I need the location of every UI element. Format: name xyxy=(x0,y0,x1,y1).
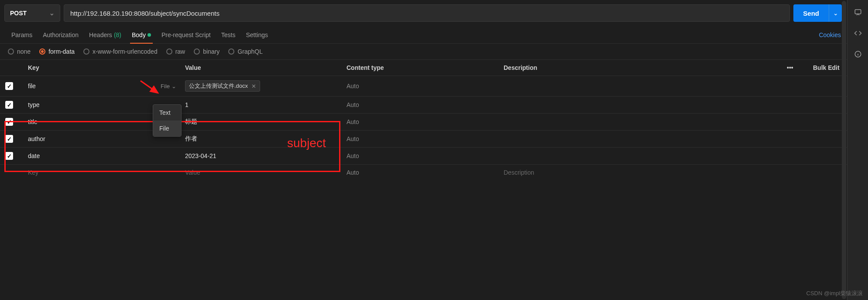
form-data-table: Key Value Content type Description ••• B… xyxy=(0,59,847,180)
radio-form-data[interactable]: form-data xyxy=(39,48,75,55)
description-placeholder[interactable]: Description xyxy=(504,169,534,176)
radio-binary[interactable]: binary xyxy=(194,48,220,55)
tab-label: Body xyxy=(132,31,146,38)
table-row: ✓ date 2023-04-21 Auto xyxy=(0,148,847,165)
radio-icon xyxy=(194,48,200,55)
request-bar: POST ⌄ http://192.168.20.190:8080/subjec… xyxy=(0,0,847,26)
tab-label: Pre-request Script xyxy=(161,31,211,38)
request-tabs: Params Authorization Headers (8) Body Pr… xyxy=(0,26,847,44)
chevron-down-icon: ⌄ xyxy=(172,83,176,90)
row-checkbox[interactable]: ✓ xyxy=(5,101,13,109)
tab-label: Tests xyxy=(221,31,236,38)
url-input[interactable]: http://192.168.20.190:8080/subject/syncD… xyxy=(64,4,790,22)
url-text: http://192.168.20.190:8080/subject/syncD… xyxy=(70,10,220,17)
info-icon[interactable] xyxy=(854,50,862,59)
http-method-label: POST xyxy=(10,10,27,17)
table-row-new: Key Value Auto Description xyxy=(0,165,847,181)
radio-icon xyxy=(8,48,14,55)
send-button-group: Send ⌄ xyxy=(793,4,842,22)
key-type-label: File xyxy=(161,83,170,90)
right-sidebar xyxy=(847,0,868,300)
code-icon[interactable] xyxy=(854,29,862,38)
row-checkbox[interactable]: ✓ xyxy=(5,152,13,160)
value-input[interactable]: 标题 xyxy=(185,118,197,125)
row-checkbox[interactable]: ✓ xyxy=(5,82,13,90)
scrollbar[interactable] xyxy=(842,1,846,299)
radio-none[interactable]: none xyxy=(8,48,31,55)
file-name: 公文上传测试文件.docx xyxy=(189,82,248,90)
content-type-input[interactable]: Auto xyxy=(347,152,359,159)
tab-label: Settings xyxy=(246,31,268,38)
http-method-select[interactable]: POST ⌄ xyxy=(4,4,60,22)
send-dropdown-toggle[interactable]: ⌄ xyxy=(829,4,842,22)
key-input-placeholder[interactable]: Key xyxy=(28,169,38,176)
close-icon[interactable]: ✕ xyxy=(251,83,256,90)
send-button[interactable]: Send xyxy=(793,4,829,22)
dropdown-item-file[interactable]: File xyxy=(153,121,181,136)
tab-body[interactable]: Body xyxy=(127,26,156,43)
radio-label: x-www-form-urlencoded xyxy=(93,48,158,55)
key-input[interactable]: date xyxy=(28,152,40,159)
comments-icon[interactable] xyxy=(854,8,862,17)
radio-raw[interactable]: raw xyxy=(166,48,185,55)
value-input[interactable]: 2023-04-21 xyxy=(185,152,216,159)
tab-tests[interactable]: Tests xyxy=(216,26,241,43)
value-input[interactable]: 作者 xyxy=(185,135,197,142)
tab-count: (8) xyxy=(114,31,121,38)
radio-icon xyxy=(166,48,172,55)
tab-label: Authorization xyxy=(43,31,79,38)
radio-icon xyxy=(39,48,45,55)
annotation-label: subject xyxy=(287,136,326,150)
radio-label: GraphQL xyxy=(237,48,263,55)
bulk-edit-link[interactable]: Bulk Edit xyxy=(808,60,847,76)
chevron-down-icon: ⌄ xyxy=(833,10,838,17)
dropdown-item-text[interactable]: Text xyxy=(153,105,181,121)
radio-icon xyxy=(228,48,234,55)
radio-label: raw xyxy=(175,48,185,55)
chevron-down-icon: ⌄ xyxy=(49,10,55,17)
radio-graphql[interactable]: GraphQL xyxy=(228,48,263,55)
tab-authorization[interactable]: Authorization xyxy=(38,26,84,43)
key-input[interactable]: title xyxy=(28,118,38,125)
key-type-select[interactable]: File ⌄ xyxy=(161,83,176,90)
content-type-input[interactable]: Auto xyxy=(347,101,359,108)
col-more-actions[interactable]: ••• xyxy=(782,60,808,76)
table-row: ✓ file File ⌄ 公文上传测试文件.docx ✕ xyxy=(0,76,847,97)
radio-label: form-data xyxy=(48,48,75,55)
radio-label: none xyxy=(17,48,31,55)
value-input[interactable]: 1 xyxy=(185,101,189,108)
radio-urlencoded[interactable]: x-www-form-urlencoded xyxy=(83,48,158,55)
radio-label: binary xyxy=(203,48,220,55)
col-header-description: Description xyxy=(498,60,782,76)
svg-rect-0 xyxy=(855,10,861,14)
content-type-placeholder[interactable]: Auto xyxy=(347,169,359,176)
tab-label: Headers xyxy=(89,31,112,38)
watermark: CSDN @impl柴猿滚滚 xyxy=(806,290,863,297)
value-input-placeholder[interactable]: Value xyxy=(185,169,200,176)
cookies-link[interactable]: Cookies xyxy=(819,31,841,38)
content-type-input[interactable]: Auto xyxy=(347,118,359,125)
file-chip[interactable]: 公文上传测试文件.docx ✕ xyxy=(185,80,260,92)
tab-params[interactable]: Params xyxy=(6,26,38,43)
key-input[interactable]: type xyxy=(28,101,39,108)
tab-label: Params xyxy=(11,31,32,38)
row-checkbox[interactable]: ✓ xyxy=(5,118,13,126)
col-header-value: Value xyxy=(180,60,341,76)
modified-dot-icon xyxy=(148,33,151,37)
key-input[interactable]: file xyxy=(28,83,36,90)
body-type-radios: none form-data x-www-form-urlencoded raw… xyxy=(0,44,847,59)
col-header-content-type: Content type xyxy=(341,60,498,76)
row-checkbox[interactable]: ✓ xyxy=(5,135,13,143)
key-type-dropdown: Text File xyxy=(153,104,182,137)
key-input[interactable]: author xyxy=(28,135,45,142)
tab-headers[interactable]: Headers (8) xyxy=(84,26,127,43)
content-type-input[interactable]: Auto xyxy=(347,135,359,142)
tab-prerequest[interactable]: Pre-request Script xyxy=(156,26,216,43)
tab-settings[interactable]: Settings xyxy=(240,26,273,43)
table-row: ✓ title 标题 Auto xyxy=(0,114,847,131)
table-row: ✓ type 1 Auto xyxy=(0,97,847,114)
col-header-key: Key xyxy=(23,60,180,76)
table-row: ✓ author 作者 Auto xyxy=(0,131,847,148)
content-type-input[interactable]: Auto xyxy=(347,83,359,90)
radio-icon xyxy=(83,48,89,55)
